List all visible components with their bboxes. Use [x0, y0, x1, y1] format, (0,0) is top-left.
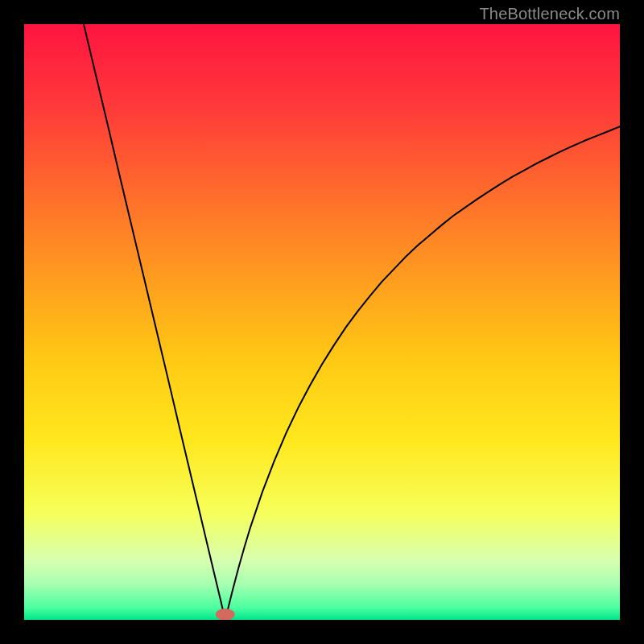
- chart-plot: [24, 24, 620, 620]
- attribution-label: TheBottleneck.com: [479, 5, 620, 23]
- plot-background: [24, 24, 620, 620]
- chart-frame: TheBottleneck.com: [0, 0, 644, 644]
